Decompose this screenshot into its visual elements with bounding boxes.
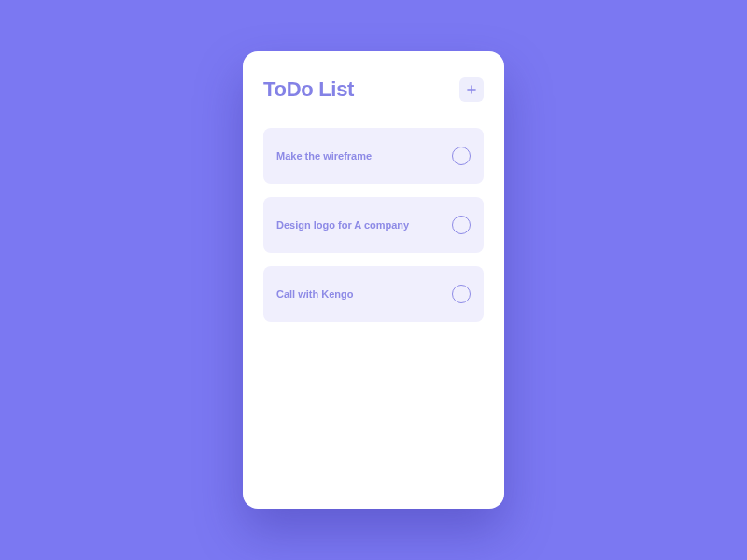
todo-label: Make the wireframe [276,150,372,161]
circle-icon[interactable] [452,147,471,165]
todo-item[interactable]: Make the wireframe [263,128,484,184]
plus-icon [465,83,478,96]
circle-icon[interactable] [452,216,471,234]
todo-list: Make the wireframe Design logo for A com… [263,128,484,322]
card-header: ToDo List [263,77,484,102]
add-button[interactable] [459,77,484,102]
todo-label: Call with Kengo [276,288,354,300]
todo-label: Design logo for A company [276,219,409,231]
todo-item[interactable]: Design logo for A company [263,197,484,253]
todo-item[interactable]: Call with Kengo [263,266,484,322]
page-title: ToDo List [263,77,354,102]
circle-icon[interactable] [452,285,471,303]
todo-card: ToDo List Make the wireframe Design logo… [243,51,504,509]
